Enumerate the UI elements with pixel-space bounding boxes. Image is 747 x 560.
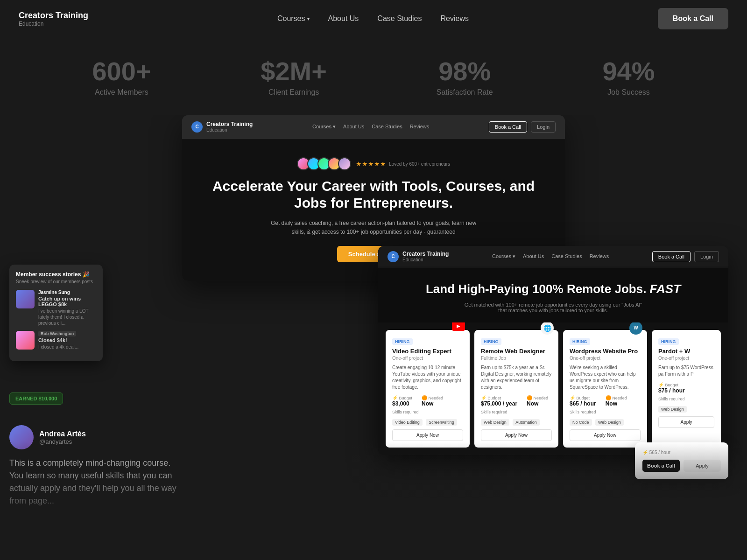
testimonial-handle: @andyartes [39,438,86,445]
preview1-logo-icon: C [191,121,203,133]
content-area: C Creators Training Education Courses ▾ … [0,115,747,535]
brand-name: Creators Training [19,11,88,21]
nav-about[interactable]: About Us [328,14,359,23]
skills-label-1: Skills required [392,410,463,414]
job-card-web-designer: HIRING 🌐 Remote Web Designer Fulltime Jo… [474,330,558,448]
popup-title: Member success stories 🎉 [16,271,96,278]
nav-case-studies[interactable]: Case Studies [377,14,422,23]
preview2-book-call-button[interactable]: Book a Call [652,251,691,262]
preview2-nav: C Creators Training Education Courses ▾ … [378,246,728,267]
preview1-nav-buttons: Book a Call Login [489,121,556,133]
job-title-4: Pardot + W [658,348,714,355]
stat-client-earnings: $2M+ Client Earnings [261,56,327,97]
skills-label-4: Skills required [658,397,714,401]
pricing-book-call-button[interactable]: Book a Call [642,460,680,472]
preview2-logo-icon: C [388,251,399,262]
job-budget-row-1: ⚡ Budget $3,000 🟠 Needed Now [392,395,463,407]
apply-now-button-2[interactable]: Apply Now [481,429,552,441]
skills-label-3: Skills required [570,410,641,414]
member-item-1: Jasmine Sung Catch up on wins LEGGO $8k … [16,290,96,326]
preview2-subtext: Get matched with 100+ remote job opportu… [460,302,647,313]
member-name-1: Jasmine Sung [38,290,96,295]
member-avatar-2 [16,331,35,350]
member-post-title-1: Catch up on wins LEGGO $8k [38,296,96,307]
job-card-video-editing: HIRING ▶ Video Editing Expert One-off pr… [386,330,470,448]
job-type-2: Fulltime Job [481,356,552,361]
job-card-wordpress: HIRING W Wordpress Website Pro One-off p… [563,330,647,448]
pricing-card-buttons: Book a Call Apply [642,460,721,472]
brand-subtitle: Education [19,21,88,27]
wordpress-icon: W [629,322,642,335]
preview2-nav-links: Courses ▾ About Us Case Studies Reviews [492,253,609,259]
member-post-text-2: I closed a 4k deal... [38,344,78,350]
apply-now-button-1[interactable]: Apply Now [392,429,463,441]
stars-icon: ★★★★★ [356,160,386,168]
avatar-5 [338,157,351,170]
preview2-login-button[interactable]: Login [694,251,719,262]
chevron-down-icon: ▾ [307,16,310,21]
lightning-icon: ⚡ [642,450,648,455]
brand-logo: Creators Training Education [19,11,88,27]
testimonial-name: Andrea Artés [39,430,86,438]
job-type-1: One-off project [392,356,463,361]
testimonial-text: This is a completely mind-changing cours… [9,457,187,507]
preview1-avatar-group: ★★★★★ Loved by 600+ entrepreneurs [210,157,537,170]
job-desc-1: Create engaging 10-12 minute YouTube vid… [392,364,463,391]
pricing-apply-button[interactable]: Apply [684,460,721,472]
testimonial-user: Andrea Artés @andyartes [9,425,187,449]
preview1-headline: Accelerate Your Career with Tools, Cours… [210,178,537,211]
nav-reviews[interactable]: Reviews [441,14,469,23]
top-navigation: Creators Training Education Courses ▾ Ab… [0,0,747,37]
job-budget-row-4: ⚡ Budget $75 / hour [658,382,714,394]
preview1-nav-links: Courses ▾ About Us Case Studies Reviews [312,124,429,130]
job-type-4: One-off project [658,356,714,361]
apply-button-4[interactable]: Apply [658,416,714,428]
job-type-3: One-off project [570,356,641,361]
stat-job-success: 94% Job Success [602,56,655,97]
pricing-card: ⚡ 565 / hour Book a Call Apply [635,442,728,479]
apply-now-button-3[interactable]: Apply Now [570,429,641,441]
member-post-text-1: I've been winning a LOT lately them! I c… [38,308,96,326]
book-call-button[interactable]: Book a Call [658,8,728,29]
job-title-1: Video Editing Expert [392,348,463,355]
preview1-brand: C Creators Training Education [191,121,253,133]
job-desc-2: Earn up to $75k a year as a Sr. Digital … [481,364,552,391]
nav-links: Courses ▾ About Us Case Studies Reviews [277,14,469,23]
job-title-2: Remote Web Designer [481,348,552,355]
hiring-badge-2: HIRING [481,338,501,345]
skill-tags-3: No Code Web Design [570,417,641,426]
job-cards-row: HIRING ▶ Video Editing Expert One-off pr… [378,322,728,455]
pricing-label: ⚡ 565 / hour [642,450,721,455]
member-success-popup: Member success stories 🎉 Sneek preview o… [9,265,103,361]
member-avatar-1 [16,290,35,308]
preview1-book-call-button[interactable]: Book a Call [489,121,527,133]
skill-tags-4: Web Design [658,404,714,413]
skill-tags-1: Video Editing Screenwriting [392,417,463,426]
preview1-nav: C Creators Training Education Courses ▾ … [182,115,565,139]
job-budget-row-2: ⚡ Budget $75,000 / year 🟠 Needed Now [481,395,552,407]
job-title-3: Wordpress Website Pro [570,348,641,355]
job-card-pardot: HIRING Pardot + W One-off project Earn u… [652,330,721,448]
hiring-badge-4: HIRING [658,338,679,345]
preview2-nav-buttons: Book a Call Login [652,251,719,262]
screenshots-stack: C Creators Training Education Courses ▾ … [0,115,747,535]
skills-label-2: Skills required [481,410,552,414]
stat-active-members: 600+ Active Members [92,56,151,97]
preview2-hero: Land High-Paying 100% Remote Jobs. FAST … [378,267,728,322]
job-budget-row-3: ⚡ Budget $65 / hour 🟠 Needed Now [570,395,641,407]
preview1-subtext: Get daily sales coaching, a free career … [266,219,481,237]
member-post-title-2: Closed $4k! [38,337,78,343]
preview2-headline: Land High-Paying 100% Remote Jobs. FAST [406,281,700,297]
loved-by-text: Loved by 600+ entrepreneurs [389,161,450,167]
web-designer-icon: 🌐 [541,322,554,335]
job-desc-4: Earn up to $75 WordPress pa Form with a … [658,364,714,378]
hiring-badge-3: HIRING [570,338,590,345]
preview1-login-button[interactable]: Login [531,121,556,133]
skill-tags-2: Web Design Automation [481,417,552,426]
preview2-brand: C Creators Training Education [388,251,449,262]
member-item-2: Rob Washington Closed $4k! I closed a 4k… [16,331,96,350]
stat-satisfaction-rate: 98% Satisfaction Rate [437,56,493,97]
youtube-icon: ▶ [452,322,465,331]
testimonial-section: Andrea Artés @andyartes This is a comple… [0,416,196,517]
nav-courses[interactable]: Courses ▾ [277,14,310,23]
